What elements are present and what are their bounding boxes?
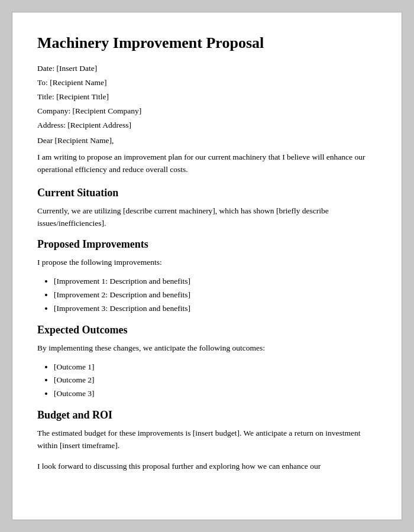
section-body-proposed-improvements: I propose the following improvements: [37, 257, 377, 269]
section-heading-budget-roi: Budget and ROI [37, 409, 377, 421]
intro-paragraph: I am writing to propose an improvement p… [37, 151, 377, 176]
list-item: [Improvement 1: Description and benefits… [54, 275, 377, 288]
section-current-situation: Current Situation Currently, we are util… [37, 187, 377, 230]
section-budget-roi: Budget and ROI The estimated budget for … [37, 409, 377, 452]
list-item: [Outcome 1] [54, 361, 377, 374]
section-body-current-situation: Currently, we are utilizing [describe cu… [37, 205, 377, 230]
section-body-expected-outcomes: By implementing these changes, we antici… [37, 342, 377, 355]
document-title: Machinery Improvement Proposal [37, 34, 377, 52]
list-item: [Improvement 2: Description and benefits… [54, 288, 377, 302]
section-heading-expected-outcomes: Expected Outcomes [37, 324, 377, 336]
meta-to: To: [Recipient Name] [37, 78, 377, 87]
document-container: Machinery Improvement Proposal Date: [In… [12, 12, 402, 520]
list-item: [Outcome 2] [54, 374, 377, 387]
meta-company: Company: [Recipient Company] [37, 106, 377, 116]
closing-paragraph: I look forward to discussing this propos… [37, 460, 377, 473]
improvements-list: [Improvement 1: Description and benefits… [54, 275, 377, 316]
section-heading-current-situation: Current Situation [37, 187, 377, 199]
list-item: [Outcome 3] [54, 387, 377, 401]
meta-address: Address: [Recipient Address] [37, 121, 377, 130]
section-proposed-improvements: Proposed Improvements I propose the foll… [37, 238, 377, 316]
section-body-budget-roi: The estimated budget for these improveme… [37, 427, 377, 452]
list-item: [Improvement 3: Description and benefits… [54, 302, 377, 316]
outcomes-list: [Outcome 1] [Outcome 2] [Outcome 3] [54, 361, 377, 401]
section-expected-outcomes: Expected Outcomes By implementing these … [37, 324, 377, 401]
meta-date: Date: [Insert Date] [37, 64, 377, 73]
meta-title: Title: [Recipient Title] [37, 92, 377, 102]
salutation: Dear [Recipient Name], [37, 136, 377, 145]
section-heading-proposed-improvements: Proposed Improvements [37, 238, 377, 251]
